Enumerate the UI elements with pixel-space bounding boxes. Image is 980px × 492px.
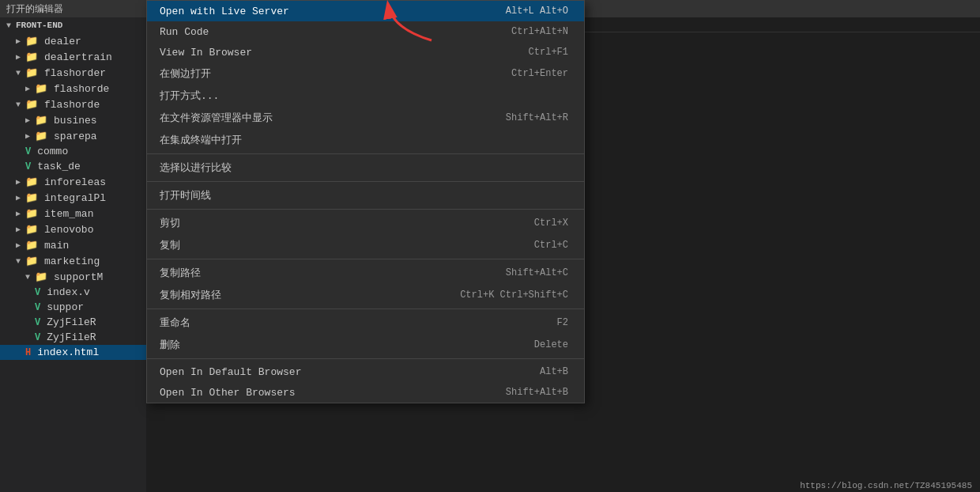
vue-icon: V — [35, 317, 40, 328]
sidebar-item-label: task_de — [37, 161, 81, 172]
vue-icon: V — [25, 146, 31, 157]
menu-item-12[interactable]: 复制相对路径Ctrl+K Ctrl+Shift+C — [147, 284, 584, 306]
menu-item-label-10: 复制 — [160, 238, 180, 252]
folder-icon: 📁 — [25, 255, 38, 267]
sidebar-items-container: ▶📁dealer▶📁dealertrain▼📁flashorder▶📁flash… — [0, 33, 146, 360]
status-bar: https://blog.csdn.net/TZ845195485 — [792, 479, 980, 492]
folder-chevron: ▶ — [16, 225, 21, 234]
folder-chevron: ▶ — [25, 115, 30, 125]
menu-item-4[interactable]: 打开方式... — [147, 85, 584, 107]
folder-chevron: ▼ — [16, 100, 21, 109]
sidebar-item-8[interactable]: Vtask_de — [0, 159, 146, 174]
sidebar-item-14[interactable]: ▼📁marketing — [0, 253, 146, 269]
sidebar-item-label: sparepa — [54, 131, 97, 142]
menu-item-label-5: 在文件资源管理器中显示 — [160, 111, 273, 125]
menu-item-7[interactable]: 选择以进行比较 — [147, 157, 584, 179]
folder-chevron: ▶ — [16, 52, 21, 62]
menu-item-label-3: 在侧边打开 — [160, 66, 211, 81]
menu-item-label-14: 删除 — [160, 338, 180, 352]
menu-item-13[interactable]: 重命名F2 — [147, 312, 584, 334]
menu-item-6[interactable]: 在集成终端中打开 — [147, 129, 584, 151]
sidebar-item-label: dealer — [44, 36, 81, 47]
sidebar-item-17[interactable]: Vsuppor — [0, 300, 146, 315]
menu-item-9[interactable]: 剪切Ctrl+X — [147, 212, 584, 234]
folder-icon: 📁 — [35, 82, 47, 95]
menu-item-8[interactable]: 打开时间线 — [147, 184, 584, 206]
menu-item-shortcut-2: Ctrl+F1 — [529, 47, 568, 58]
sidebar-item-2[interactable]: ▼📁flashorder — [0, 65, 146, 81]
vue-icon: V — [35, 302, 40, 313]
sidebar-item-19[interactable]: VZyjFileR — [0, 330, 146, 345]
sidebar-item-6[interactable]: ▶📁sparepa — [0, 128, 146, 144]
menu-item-label-2: View In Browser — [160, 47, 252, 59]
menu-item-1[interactable]: Run CodeCtrl+Alt+N — [147, 21, 584, 42]
sidebar-item-label: item_man — [44, 208, 93, 220]
menu-item-label-12: 复制相对路径 — [160, 288, 221, 302]
sidebar-item-5[interactable]: ▶📁busines — [0, 112, 146, 128]
sidebar-item-16[interactable]: Vindex.v — [0, 285, 146, 300]
sidebar-item-4[interactable]: ▼📁flashorde — [0, 97, 146, 112]
sidebar-item-label: flashorde — [44, 99, 100, 111]
menu-item-shortcut-10: Ctrl+C — [534, 240, 568, 251]
menu-item-2[interactable]: View In BrowserCtrl+F1 — [147, 42, 584, 62]
menu-separator-12 — [147, 308, 584, 309]
sidebar-item-13[interactable]: ▶📁main — [0, 237, 146, 253]
sidebar-item-label: commo — [37, 146, 68, 157]
menu-separator-6 — [147, 153, 584, 154]
menu-item-16[interactable]: Open In Other BrowsersShift+Alt+B — [147, 382, 584, 403]
folder-icon: 📁 — [25, 239, 38, 252]
sidebar-item-18[interactable]: VZyjFileR — [0, 315, 146, 330]
html-icon: H — [25, 347, 31, 358]
sidebar-item-15[interactable]: ▼📁supportM — [0, 269, 146, 285]
menu-items-container: Open with Live ServerAlt+L Alt+ORun Code… — [147, 17, 584, 403]
menu-item-shortcut-13: F2 — [557, 317, 568, 328]
folder-chevron: ▶ — [16, 240, 21, 250]
sidebar-item-1[interactable]: ▶📁dealertrain — [0, 49, 146, 65]
sidebar-item-label: integralPl — [44, 192, 106, 204]
sidebar-item-label: flashorde — [54, 83, 109, 95]
menu-item-11[interactable]: 复制路径Shift+Alt+C — [147, 262, 584, 284]
menu-item-label-15: Open In Default Browser — [160, 366, 301, 378]
menu-item-10[interactable]: 复制Ctrl+C — [147, 234, 584, 256]
sidebar-item-label: index.v — [47, 286, 90, 298]
sidebar-item-12[interactable]: ▶📁lenovobo — [0, 221, 146, 237]
top-bar-title: 打开的编辑器 — [6, 2, 63, 16]
sidebar-item-7[interactable]: Vcommo — [0, 144, 146, 159]
sidebar-item-label: ZyjFileR — [47, 316, 96, 328]
sidebar-item-9[interactable]: ▶📁inforeleas — [0, 174, 146, 190]
folder-icon: 📁 — [35, 130, 47, 142]
sidebar-item-20[interactable]: Hindex.html — [0, 345, 146, 360]
folder-chevron: ▼ — [25, 273, 30, 282]
folder-icon: 📁 — [25, 191, 38, 204]
menu-separator-14 — [147, 358, 584, 359]
menu-item-shortcut-9: Ctrl+X — [534, 218, 568, 229]
menu-item-shortcut-5: Shift+Alt+R — [506, 112, 568, 123]
main-area: ▼ FRONT-END ▶📁dealer▶📁dealertrain▼📁flash… — [0, 17, 980, 492]
sidebar-item-10[interactable]: ▶📁integralPl — [0, 190, 146, 206]
sidebar-item-0[interactable]: ▶📁dealer — [0, 33, 146, 49]
sidebar-item-11[interactable]: ▶📁item_man — [0, 206, 146, 221]
sidebar-item-label: main — [44, 240, 69, 252]
folder-icon: 📁 — [25, 223, 38, 236]
menu-item-shortcut-11: Shift+Alt+C — [506, 267, 568, 278]
menu-item-label-7: 选择以进行比较 — [160, 161, 232, 175]
folder-icon: 📁 — [35, 271, 47, 283]
sidebar-item-3[interactable]: ▶📁flashorde — [0, 81, 146, 97]
menu-item-3[interactable]: 在侧边打开Ctrl+Enter — [147, 62, 584, 85]
menu-item-15[interactable]: Open In Default BrowserAlt+B — [147, 361, 584, 382]
menu-item-shortcut-16: Shift+Alt+B — [506, 387, 568, 398]
sidebar-item-label: lenovobo — [44, 224, 93, 236]
sidebar-item-label: dealertrain — [44, 51, 112, 63]
menu-item-14[interactable]: 删除Delete — [147, 334, 584, 356]
folder-icon: 📁 — [25, 51, 38, 63]
vue-icon: V — [25, 161, 31, 172]
menu-item-label-9: 剪切 — [160, 216, 180, 230]
menu-item-label-4: 打开方式... — [160, 89, 219, 103]
menu-item-label-8: 打开时间线 — [160, 188, 211, 202]
sidebar-item-label: supportM — [54, 271, 103, 283]
folder-icon: 📁 — [25, 207, 38, 220]
menu-separator-10 — [147, 259, 584, 259]
menu-item-5[interactable]: 在文件资源管理器中显示Shift+Alt+R — [147, 107, 584, 129]
menu-item-shortcut-1: Ctrl+Alt+N — [511, 26, 568, 37]
menu-item-shortcut-14: Delete — [534, 339, 568, 350]
